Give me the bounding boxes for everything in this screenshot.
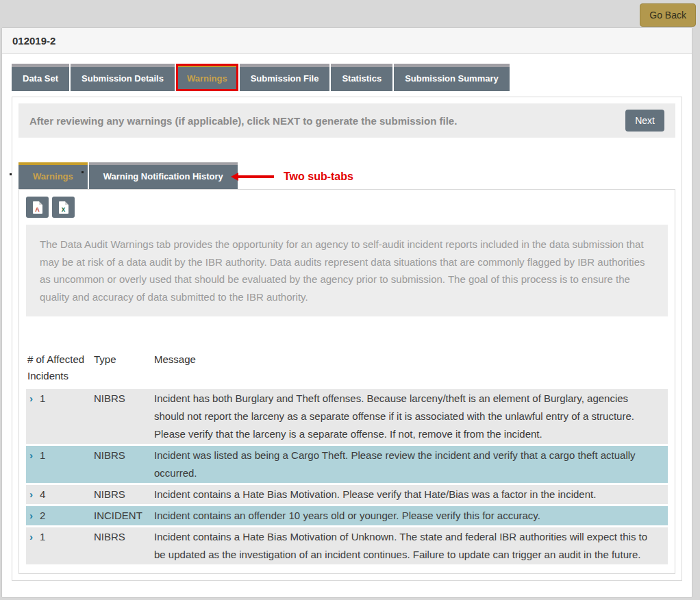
main-tab-label: Warnings	[187, 73, 227, 84]
expand-chevron-icon[interactable]: ›	[29, 488, 33, 500]
annotation-dot	[82, 171, 84, 173]
warning-type: NIBRS	[92, 527, 153, 564]
main-tab-label: Submission Summary	[405, 73, 499, 84]
excel-file-icon: x	[59, 201, 68, 214]
data-audit-description: The Data Audit Warnings tab provides the…	[26, 225, 668, 316]
warning-type: NIBRS	[92, 485, 153, 504]
annotation-label: Two sub-tabs	[284, 171, 353, 183]
info-bar: After reviewing any warnings (if applica…	[18, 103, 675, 138]
table-row: ›1 NIBRS Incident was listed as being a …	[26, 446, 668, 483]
page-title: 012019-2	[2, 28, 692, 54]
main-tab[interactable]: Data Set	[12, 64, 69, 91]
main-tab[interactable]: Statistics	[331, 64, 392, 91]
table-row: ›1 NIBRS Incident contains a Hate Bias M…	[26, 527, 668, 564]
pdf-file-icon: A	[33, 201, 42, 214]
warnings-table: # of Affected Incidents Type Message	[26, 349, 668, 566]
warning-message: Incident has both Burglary and Theft off…	[153, 389, 668, 444]
affected-count: 1	[40, 392, 45, 404]
expand-chevron-icon[interactable]: ›	[29, 392, 33, 404]
two-sub-tabs-annotation: Two sub-tabs	[231, 171, 353, 183]
sub-tab-warnings[interactable]: Warnings	[18, 162, 88, 189]
warnings-grid-panel: A x The Data Audit Warnings tab provides…	[18, 189, 675, 574]
table-header-row: # of Affected Incidents Type Message	[26, 351, 668, 387]
annotation-dot	[10, 173, 12, 175]
affected-count: 2	[40, 510, 45, 521]
expand-chevron-icon[interactable]: ›	[29, 531, 33, 542]
expand-chevron-icon[interactable]: ›	[29, 449, 33, 461]
export-pdf-button[interactable]: A	[26, 197, 49, 218]
table-row: ›4 NIBRS Incident contains a Hate Bias M…	[26, 485, 668, 504]
main-tab[interactable]: Submission File	[240, 64, 330, 91]
submission-panel: 012019-2 Data Set Submission Details War…	[1, 27, 692, 598]
next-button[interactable]: Next	[625, 110, 664, 132]
left-arrow-icon	[231, 173, 274, 181]
main-tab-label: Data Set	[23, 73, 58, 84]
export-excel-button[interactable]: x	[52, 197, 75, 218]
warning-message: Incident contains a Hate Bias Motivation…	[153, 485, 668, 504]
warning-message: Incident contains a Hate Bias Motivation…	[153, 527, 668, 564]
sub-tab-warning-notification-history[interactable]: Warning Notification History	[89, 162, 238, 189]
warning-type: NIBRS	[92, 389, 153, 444]
column-header-affected-incidents: # of Affected Incidents	[26, 351, 92, 387]
table-row: ›1 NIBRS Incident has both Burglary and …	[26, 389, 668, 444]
sub-tab-bar: Warnings Warning Notification History Tw…	[18, 162, 675, 189]
main-tab-label: Statistics	[342, 73, 382, 84]
column-header-type: Type	[92, 351, 153, 387]
warning-message: Incident contains an offender 10 years o…	[153, 506, 668, 525]
screen: Go Back 012019-2 Data Set Submission Det…	[0, 0, 700, 600]
main-tab-label: Submission File	[251, 73, 319, 84]
warning-type: INCIDENT	[92, 506, 153, 525]
table-row: ›2 INCIDENT Incident contains an offende…	[26, 506, 668, 525]
go-back-button[interactable]: Go Back	[640, 3, 696, 27]
main-tab[interactable]: Warnings	[176, 64, 238, 91]
sub-tab-label: Warnings	[33, 171, 73, 182]
warning-message: Incident was listed as being a Cargo The…	[153, 446, 668, 483]
main-tab-bar: Data Set Submission Details Warnings Sub…	[12, 64, 682, 91]
sub-tab-label: Warning Notification History	[103, 171, 223, 182]
export-toolbar: A x	[19, 190, 675, 225]
main-tab[interactable]: Submission Details	[71, 64, 175, 91]
main-tab-label: Submission Details	[82, 73, 164, 84]
info-message: After reviewing any warnings (if applica…	[29, 115, 625, 127]
warnings-tab-content: After reviewing any warnings (if applica…	[12, 97, 682, 581]
affected-count: 1	[40, 449, 45, 461]
affected-count: 1	[40, 531, 45, 542]
expand-chevron-icon[interactable]: ›	[29, 510, 33, 521]
main-tab[interactable]: Submission Summary	[394, 64, 510, 91]
affected-count: 4	[40, 488, 45, 500]
warning-type: NIBRS	[92, 446, 153, 483]
column-header-message: Message	[153, 351, 668, 387]
